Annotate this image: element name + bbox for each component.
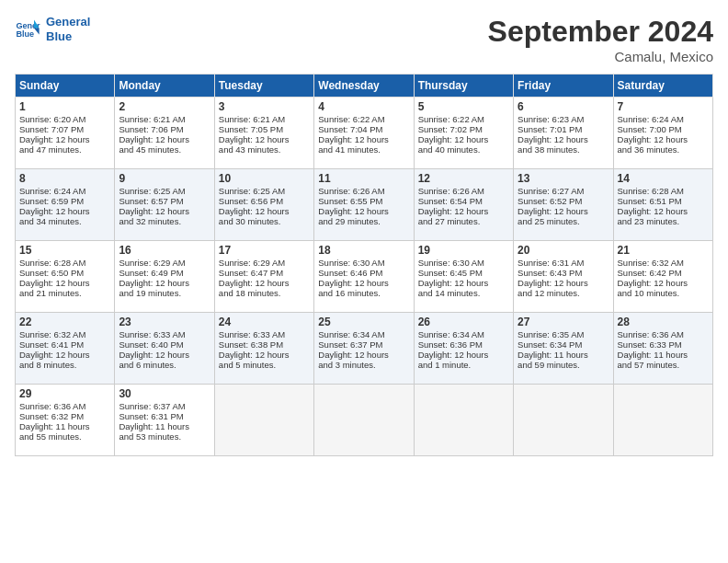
day-cell: 21Sunrise: 6:32 AMSunset: 6:42 PMDayligh… — [613, 241, 712, 313]
week-row-1: 1Sunrise: 6:20 AMSunset: 7:07 PMDaylight… — [16, 98, 713, 169]
day-info-line: Sunrise: 6:21 AM — [219, 114, 310, 124]
day-info-line: and 5 minutes. — [219, 360, 310, 370]
day-cell: 3Sunrise: 6:21 AMSunset: 7:05 PMDaylight… — [214, 98, 313, 169]
day-info-line: and 19 minutes. — [119, 288, 210, 298]
day-number: 15 — [19, 244, 110, 257]
header-row: SundayMondayTuesdayWednesdayThursdayFrid… — [16, 75, 713, 98]
day-cell: 9Sunrise: 6:25 AMSunset: 6:57 PMDaylight… — [115, 169, 214, 241]
day-number: 4 — [318, 100, 409, 113]
day-number: 19 — [418, 244, 509, 257]
day-cell: 29Sunrise: 6:36 AMSunset: 6:32 PMDayligh… — [16, 385, 115, 456]
day-cell: 20Sunrise: 6:31 AMSunset: 6:43 PMDayligh… — [514, 241, 613, 313]
day-info-line: and 10 minutes. — [618, 288, 709, 298]
day-number: 29 — [19, 387, 110, 400]
day-info-line: Daylight: 12 hours — [618, 278, 709, 288]
day-info-line: Sunrise: 6:27 AM — [518, 186, 609, 196]
day-info-line: and 43 minutes. — [219, 144, 310, 155]
day-info-line: Sunset: 6:31 PM — [119, 411, 210, 421]
day-info-line: Sunrise: 6:24 AM — [19, 186, 110, 196]
day-info-line: and 3 minutes. — [318, 360, 409, 370]
day-info-line: Sunrise: 6:30 AM — [418, 258, 509, 268]
day-number: 10 — [219, 172, 310, 185]
header-cell-wednesday: Wednesday — [314, 75, 414, 98]
day-info-line: Sunrise: 6:26 AM — [418, 186, 509, 196]
day-info-line: Sunset: 6:49 PM — [119, 268, 210, 278]
day-info-line: and 18 minutes. — [219, 288, 310, 298]
day-info-line: Daylight: 12 hours — [119, 350, 210, 360]
day-info-line: Sunset: 6:50 PM — [19, 268, 110, 278]
day-info-line: Sunset: 7:06 PM — [119, 124, 210, 134]
day-info-line: Sunrise: 6:21 AM — [119, 114, 210, 124]
day-info-line: Daylight: 12 hours — [119, 206, 210, 216]
logo-line1: General — [46, 15, 90, 29]
day-number: 30 — [119, 387, 210, 400]
day-info-line: Sunset: 7:00 PM — [618, 124, 709, 134]
calendar-page: General Blue General Blue September 2024… — [0, 0, 728, 563]
day-info-line: Daylight: 12 hours — [219, 350, 310, 360]
day-number: 3 — [219, 100, 310, 113]
day-cell: 5Sunrise: 6:22 AMSunset: 7:02 PMDaylight… — [414, 98, 513, 169]
day-info-line: Sunrise: 6:25 AM — [219, 186, 310, 196]
day-cell — [214, 385, 313, 456]
day-info-line: Sunrise: 6:22 AM — [418, 114, 509, 124]
day-info-line: Sunset: 7:02 PM — [418, 124, 509, 134]
day-number: 23 — [119, 316, 210, 328]
day-info-line: and 57 minutes. — [618, 360, 709, 370]
day-info-line: Daylight: 12 hours — [618, 134, 709, 144]
day-cell: 19Sunrise: 6:30 AMSunset: 6:45 PMDayligh… — [414, 241, 513, 313]
day-info-line: and 6 minutes. — [119, 360, 210, 370]
day-cell: 23Sunrise: 6:33 AMSunset: 6:40 PMDayligh… — [115, 313, 214, 385]
logo-line2: Blue — [46, 29, 90, 44]
day-info-line: Sunrise: 6:22 AM — [318, 114, 409, 124]
day-cell: 14Sunrise: 6:28 AMSunset: 6:51 PMDayligh… — [613, 169, 712, 241]
calendar-body: 1Sunrise: 6:20 AMSunset: 7:07 PMDaylight… — [16, 98, 713, 456]
day-info-line: Daylight: 12 hours — [318, 350, 409, 360]
day-number: 14 — [618, 172, 709, 185]
day-info-line: Daylight: 12 hours — [418, 134, 509, 144]
day-info-line: Sunset: 6:33 PM — [618, 339, 709, 350]
day-number: 5 — [418, 100, 509, 113]
day-info-line: and 45 minutes. — [119, 144, 210, 155]
day-info-line: Sunrise: 6:24 AM — [618, 114, 709, 124]
day-info-line: and 1 minute. — [418, 360, 509, 370]
day-cell: 17Sunrise: 6:29 AMSunset: 6:47 PMDayligh… — [214, 241, 313, 313]
day-info-line: Daylight: 12 hours — [418, 206, 509, 216]
day-info-line: Daylight: 12 hours — [19, 278, 110, 288]
day-info-line: Sunrise: 6:29 AM — [119, 258, 210, 268]
day-cell: 25Sunrise: 6:34 AMSunset: 6:37 PMDayligh… — [314, 313, 414, 385]
day-number: 9 — [119, 172, 210, 185]
day-info-line: Daylight: 12 hours — [318, 278, 409, 288]
day-info-line: Sunset: 6:51 PM — [618, 196, 709, 206]
day-number: 28 — [618, 316, 709, 328]
day-info-line: and 36 minutes. — [618, 144, 709, 155]
day-info-line: and 8 minutes. — [19, 360, 110, 370]
day-info-line: Sunrise: 6:35 AM — [518, 329, 609, 339]
day-info-line: Daylight: 12 hours — [518, 206, 609, 216]
day-info-line: and 27 minutes. — [418, 216, 509, 226]
day-cell: 1Sunrise: 6:20 AMSunset: 7:07 PMDaylight… — [16, 98, 115, 169]
header-cell-tuesday: Tuesday — [214, 75, 313, 98]
day-cell: 18Sunrise: 6:30 AMSunset: 6:46 PMDayligh… — [314, 241, 414, 313]
day-number: 8 — [19, 172, 110, 185]
header-cell-sunday: Sunday — [16, 75, 115, 98]
day-info-line: Daylight: 12 hours — [618, 206, 709, 216]
day-info-line: and 14 minutes. — [418, 288, 509, 298]
day-info-line: Sunset: 6:46 PM — [318, 268, 409, 278]
week-row-2: 8Sunrise: 6:24 AMSunset: 6:59 PMDaylight… — [16, 169, 713, 241]
day-info-line: Sunset: 7:04 PM — [318, 124, 409, 134]
day-cell: 10Sunrise: 6:25 AMSunset: 6:56 PMDayligh… — [214, 169, 313, 241]
header-cell-monday: Monday — [115, 75, 214, 98]
day-cell: 16Sunrise: 6:29 AMSunset: 6:49 PMDayligh… — [115, 241, 214, 313]
day-info-line: Sunrise: 6:31 AM — [518, 258, 609, 268]
day-info-line: Daylight: 12 hours — [19, 134, 110, 144]
day-info-line: Sunrise: 6:33 AM — [119, 329, 210, 339]
day-info-line: Daylight: 11 hours — [618, 350, 709, 360]
day-cell — [414, 385, 513, 456]
day-info-line: Sunrise: 6:33 AM — [219, 329, 310, 339]
day-info-line: Daylight: 12 hours — [119, 134, 210, 144]
day-info-line: and 59 minutes. — [518, 360, 609, 370]
day-info-line: Sunset: 7:07 PM — [19, 124, 110, 134]
day-number: 20 — [518, 244, 609, 257]
day-cell — [514, 385, 613, 456]
logo-icon: General Blue — [15, 17, 40, 42]
